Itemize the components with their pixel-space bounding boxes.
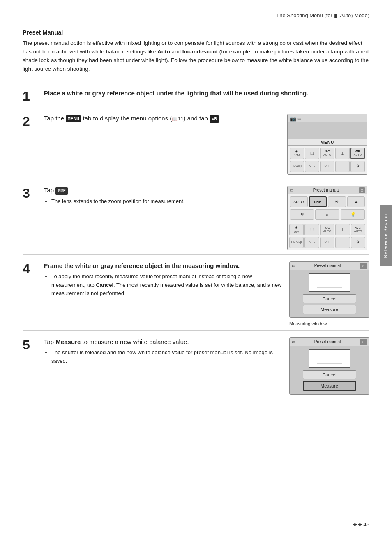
step-5-tap: Tap (44, 338, 55, 345)
mw-measure-btn-4[interactable]: Measure (303, 305, 356, 314)
pm-btn-flash-icon: ≋ (300, 212, 304, 217)
mw-back-5[interactable]: ↩ (360, 339, 367, 345)
mw-back-4[interactable]: ↩ (360, 263, 367, 269)
cam-btn-size3-icon: ◈ (295, 226, 298, 230)
pm-btn-shade[interactable]: ⌂ (315, 209, 339, 220)
step-3-content: Tap PRE. The lens extends to the zoom po… (44, 186, 281, 207)
pm-icons-row-3: AUTO PRE ☀ ☁ (288, 194, 367, 209)
cam-btn-iso3-label: ISO (325, 226, 330, 230)
mw-header-cam-icon-5: ▭ (292, 339, 295, 344)
mw-window-5 (309, 349, 350, 368)
camera-screen-2: 📷 ▭ MENU ◈ 16M ⬚ ISO (287, 114, 367, 175)
cam-btn-size-label: 16M (294, 154, 300, 157)
intro-text2: and (170, 48, 182, 55)
step-2-text2: tab to display the menu options (📖11) an… (81, 115, 210, 122)
cam-btn-q: ◫ (335, 148, 350, 159)
cam-btn-mode3: ⬚ (304, 224, 319, 235)
footer-page-num: 45 (364, 522, 369, 528)
step-5-list: The shutter is released and the new whit… (44, 348, 284, 365)
cam-btn-wb[interactable]: WB AUTO (350, 148, 365, 159)
pm-btn-sun[interactable]: ☀ (328, 196, 346, 207)
cam-btn-hd: HD720p (290, 161, 304, 172)
reference-section-tab: Reference Section (380, 205, 392, 266)
cam-btn-iso: ISO AUTO (320, 148, 334, 159)
step-5-number: 5 (23, 338, 38, 351)
pm-header-3: ▭ Preset manual X (288, 186, 367, 194)
step-5-image-wrapper: ▭ Preset manual ↩ Cancel Measure (289, 337, 369, 395)
mw-body-4: Cancel Measure (290, 270, 369, 317)
cam-btn-settings: ⚙ (350, 161, 365, 172)
section-title: Preset Manual (23, 29, 369, 36)
step-4-bullet: To apply the most recently measured valu… (51, 272, 284, 297)
mw-cancel-btn-5[interactable]: Cancel (303, 370, 356, 379)
pm-btn-cloud[interactable]: ☁ (347, 196, 365, 207)
cam-btn-settings3-icon: ⚙ (356, 240, 360, 245)
step-2-text3: . (219, 115, 221, 122)
mw-cancel-btn-4[interactable]: Cancel (303, 294, 356, 303)
step-3-body: The lens extends to the zoom position fo… (44, 197, 281, 205)
footer-icon: ❖❖ (353, 522, 362, 528)
cam-preview-area-2 (288, 122, 367, 139)
cam-menu-bar-2: MENU (288, 139, 367, 146)
cam-btn-mode: ⬚ (305, 148, 319, 159)
cam-top-row-2: 📷 ▭ (288, 114, 367, 122)
mw-header-title-4: Preset manual (314, 263, 341, 268)
step-2-image: 📷 ▭ MENU ◈ 16M ⬚ ISO (287, 114, 369, 175)
cam-btn-iso-label: ISO (325, 150, 330, 154)
mw-measure-btn-5[interactable]: Measure (303, 381, 356, 391)
cam-btn-size3-label: 16M (294, 230, 300, 233)
mw-window-4 (309, 273, 350, 292)
cam-btn-mode3-icon: ⬚ (310, 227, 314, 232)
step-1-number: 1 (23, 90, 38, 103)
mw-header-5: ▭ Preset manual ↩ (290, 338, 369, 346)
intro-bold1: Auto (157, 48, 170, 55)
cam-btn-empty1 (335, 161, 350, 172)
step-5-measure-word: Measure (55, 338, 81, 345)
step-3-pre-box: PRE (55, 187, 68, 195)
cam-btn-settings-icon: ⚙ (356, 164, 360, 168)
mw-header-title-5: Preset manual (314, 339, 341, 344)
pm-btn-bulb-icon: 💡 (350, 212, 355, 217)
pm-close-3[interactable]: X (359, 187, 365, 193)
cam-btn-off-label: OFF (325, 164, 330, 168)
page-footer: ❖❖ 45 (353, 522, 369, 528)
step-5: 5 Tap Measure to measure a new white bal… (23, 330, 369, 399)
cam-icons-row3-1: ◈ 16M ⬚ ISO AUTO ◫ (288, 223, 367, 237)
pm-btn-auto[interactable]: AUTO (290, 196, 308, 207)
pm-btn-pre[interactable]: PRE (309, 196, 327, 207)
mw-screen-4: ▭ Preset manual ↩ Cancel Measure (289, 261, 369, 318)
step-2-ref: 📖11 (172, 115, 183, 122)
pm-btn-flash[interactable]: ≋ (290, 209, 314, 220)
pm-btn-bulb[interactable]: 💡 (341, 209, 365, 220)
step-3-bullet: The lens extends to the zoom position fo… (51, 197, 281, 205)
cam-btn-empty3 (335, 237, 350, 248)
step-1: 1 Place a white or gray reference object… (23, 82, 369, 107)
step-4-body: To apply the most recently measured valu… (44, 272, 284, 297)
step-3-image: ▭ Preset manual X AUTO PRE (287, 186, 369, 250)
pm-header-cam-icon: ▭ (290, 188, 293, 192)
mw-label-4: Measuring window (289, 321, 327, 326)
mw-back-icon-4: ↩ (362, 264, 365, 268)
page-header: The Shooting Menu (for ▮ (Auto) Mode) (23, 12, 369, 20)
cam-btn-size-icon: ◈ (295, 149, 298, 154)
pm-btn-cloud-icon: ☁ (354, 199, 358, 204)
step-2-wb-box: WB (210, 115, 219, 123)
cam-btn-off: OFF (320, 161, 334, 172)
pm-header-title: Preset manual (313, 188, 339, 192)
mw-body-5: Cancel Measure (290, 346, 369, 394)
cam-btn-wb-label: WB (355, 150, 360, 154)
cam-btn-size3: ◈ 16M (289, 224, 304, 235)
step-4-list: To apply the most recently measured valu… (44, 272, 284, 297)
cam-btn-off3: OFF (320, 237, 334, 248)
cam-btn-af3: AF-S (304, 237, 319, 248)
cam-btn-wb3-label: WB (355, 226, 361, 230)
pm-btn-sun-icon: ☀ (335, 199, 339, 204)
cam-btn-hd3: HD720p (289, 237, 304, 248)
page-container: The Shooting Menu (for ▮ (Auto) Mode) Pr… (0, 0, 392, 540)
step-2-text1: Tap the (44, 115, 66, 122)
pm-row2-3: ≋ ⌂ 💡 (288, 209, 367, 221)
cam-btn-wb3: WB AUTO (351, 224, 365, 235)
step-3-tap: Tap (44, 187, 55, 194)
pm-close-icon-3: X (361, 188, 363, 192)
mw-screen-5: ▭ Preset manual ↩ Cancel Measure (289, 337, 369, 395)
